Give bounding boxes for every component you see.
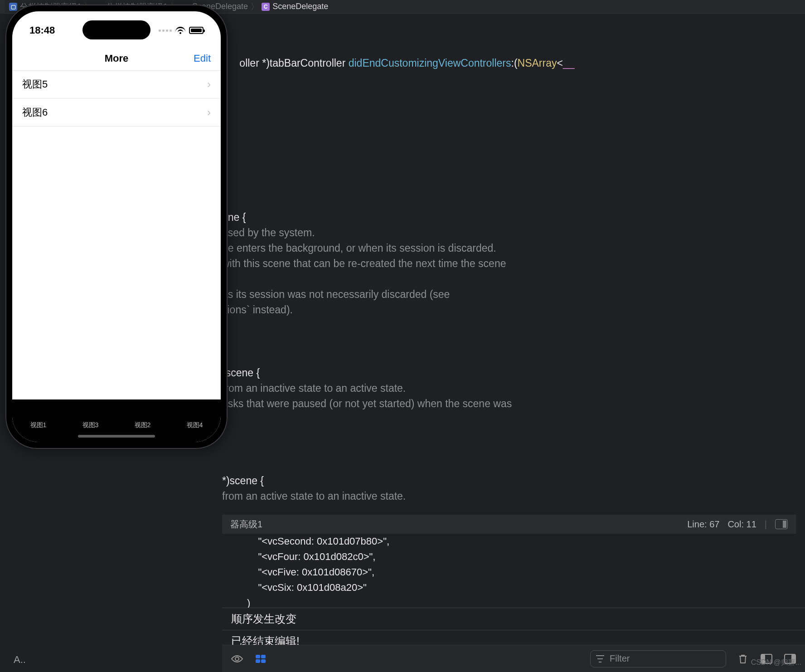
navigation-bar: More Edit	[12, 47, 221, 70]
chevron-right-icon: ›	[207, 106, 211, 119]
table-row[interactable]: 视图5 ›	[12, 70, 221, 98]
battery-icon	[189, 27, 204, 34]
edit-button[interactable]: Edit	[194, 53, 211, 64]
code-text: ene {	[222, 209, 805, 225]
status-col: Col: 11	[727, 519, 756, 530]
code-text: from an inactive state to an active stat…	[222, 380, 805, 396]
status-bar: 18:48	[12, 21, 221, 39]
status-left: 器高级1	[230, 518, 262, 531]
tab-item[interactable]: 视图3	[82, 421, 99, 429]
eye-icon[interactable]	[230, 653, 244, 665]
device-screen[interactable]: 18:48 More Edit 视图5 › 视图6 ›	[12, 11, 221, 442]
code-text: *)scene {	[222, 473, 805, 488]
tab-bar[interactable]: 视图1 视图3 视图2 视图4	[12, 399, 221, 442]
status-line: Line: 67	[687, 519, 719, 530]
console-message: 顺序发生改变	[222, 608, 805, 630]
tab-item[interactable]: 视图4	[187, 421, 203, 429]
code-text: with this scene that can be re-created t…	[222, 256, 805, 271]
code-text: oller	[239, 57, 262, 69]
svg-rect-3	[261, 659, 266, 663]
console-line: "<vcSix: 0x101d08a20>"	[247, 580, 805, 595]
breadcrumb-class[interactable]: SceneDelegate	[272, 2, 328, 11]
code-text: *	[262, 57, 266, 69]
code-text: ased by the system.	[222, 225, 805, 240]
trash-icon[interactable]	[736, 653, 750, 665]
code-text: from an active state to an inactive stat…	[222, 488, 805, 504]
device-frame: 18:48 More Edit 视图5 › 视图6 ›	[5, 5, 228, 449]
code-text: didEndCustomizingViewControllers	[349, 57, 511, 69]
status-time: 18:48	[29, 24, 55, 36]
chevron-right-icon: ›	[207, 78, 211, 91]
watermark: CSDN @归辞...	[751, 658, 801, 667]
console-line: "<vcSecond: 0x101d07b80>",	[247, 534, 805, 549]
code-text: tabBarController	[270, 57, 345, 69]
tab-item[interactable]: 视图2	[135, 421, 151, 429]
bottom-left-label: A..	[14, 654, 26, 666]
table-view[interactable]: 视图5 › 视图6 ›	[12, 70, 221, 127]
filter-lines-icon	[596, 655, 605, 662]
breakpoint-icon[interactable]	[254, 653, 267, 665]
class-icon: C	[262, 3, 270, 11]
console-line: "<vcFour: 0x101d082c0>",	[247, 549, 805, 565]
wifi-icon	[175, 27, 185, 34]
ios-simulator: 18:48 More Edit 视图5 › 视图6 ›	[5, 5, 228, 458]
nav-title: More	[105, 53, 129, 64]
minimap-toggle-icon[interactable]	[775, 519, 788, 529]
editor-status-bar: 器高级1 Line: 67 Col: 11 |	[222, 515, 796, 534]
code-text: )	[266, 57, 270, 69]
code-text: NSArray	[518, 57, 557, 69]
cellular-dots-icon	[159, 29, 172, 32]
console-line: "<vcFive: 0x101d08670>",	[247, 565, 805, 580]
console-filter-bar: Filter	[222, 645, 805, 672]
chevron-right-icon: 〉	[251, 1, 259, 12]
row-label: 视图6	[22, 106, 48, 119]
code-text: asks that were paused (or not yet starte…	[222, 396, 805, 411]
code-text: <	[557, 57, 563, 69]
tab-item[interactable]: 视图1	[30, 421, 47, 429]
console-messages: 顺序发生改变 已经结束编辑!	[222, 608, 805, 645]
code-text: ne enters the background, or when its se…	[222, 240, 805, 256]
code-text: )scene {	[222, 365, 805, 380]
svg-rect-1	[256, 659, 260, 663]
filter-input[interactable]: Filter	[590, 650, 726, 667]
svg-rect-2	[261, 655, 266, 658]
code-text: (	[514, 57, 518, 69]
row-label: 视图5	[22, 78, 48, 91]
filter-placeholder: Filter	[610, 653, 630, 664]
svg-rect-0	[256, 655, 260, 658]
code-text: __	[563, 57, 575, 69]
home-indicator	[78, 435, 155, 438]
table-row[interactable]: 视图6 ›	[12, 98, 221, 127]
code-text: sions` instead).	[222, 302, 805, 317]
code-text: as its session was not necessarily disca…	[222, 287, 805, 302]
